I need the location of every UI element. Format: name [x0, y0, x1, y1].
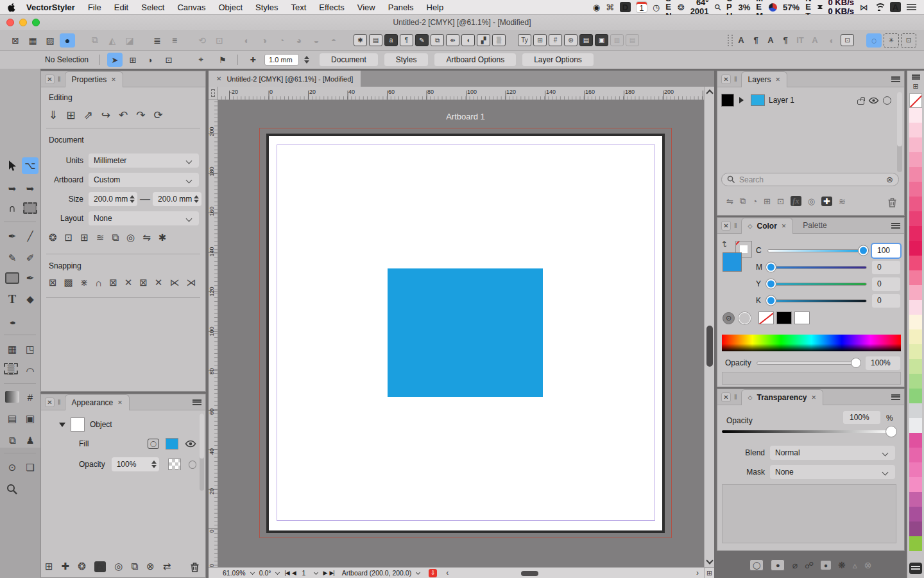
add-style-icon[interactable]: ⊞ — [45, 561, 53, 572]
flatten-layers-icon[interactable]: ≋ — [839, 197, 846, 206]
expand-layer-triangle-icon[interactable] — [739, 97, 747, 103]
add-brush-icon[interactable]: ✚ — [62, 561, 70, 572]
fill-solid-mode[interactable]: ● — [60, 33, 75, 48]
menu-select[interactable]: Select — [135, 3, 171, 12]
palette-swatch[interactable] — [909, 374, 922, 389]
shape-builder-tool[interactable]: ◆ — [22, 291, 38, 308]
palette-swatch[interactable] — [909, 270, 922, 285]
palette-swatch[interactable] — [909, 315, 922, 329]
nudge-stepper[interactable] — [304, 56, 309, 64]
palette-swatch[interactable] — [909, 329, 922, 344]
first-page-button[interactable]: |◀ — [284, 570, 289, 576]
fill-visibility-eye-icon[interactable] — [185, 440, 196, 448]
next-page-button[interactable]: ▶ — [323, 570, 327, 576]
eyedropper-tool[interactable]: ⊙ — [4, 459, 21, 476]
color-opacity-slider[interactable] — [757, 362, 860, 365]
menu-styles[interactable]: Styles — [249, 3, 284, 12]
opacity-value-input[interactable]: 100% — [843, 411, 880, 424]
mesh-paint-tool[interactable]: ▦ — [4, 341, 21, 358]
flip-vertical[interactable]: ◪ — [122, 33, 137, 48]
expand-triangle-icon[interactable] — [59, 423, 65, 430]
document-settings-icon[interactable]: ❂ — [49, 232, 57, 243]
palette-swatch[interactable] — [909, 123, 922, 137]
panel-document[interactable]: ▤ — [369, 34, 382, 46]
horizontal-scrollbar[interactable] — [454, 569, 691, 577]
text-clear-paragraph[interactable]: ¶ — [779, 33, 792, 48]
palette-swatch[interactable] — [909, 108, 922, 123]
swap-fill-stroke-icon[interactable]: ↩ — [720, 241, 729, 247]
menu-help[interactable]: Help — [420, 3, 450, 12]
style-settings-icon[interactable]: ❂ — [78, 561, 86, 572]
last-page-button[interactable]: ▶| — [329, 570, 334, 576]
ruby-text[interactable]: ⊡ — [841, 34, 854, 46]
link-object[interactable]: ⊡ — [212, 33, 227, 48]
slider-thumb[interactable] — [766, 263, 776, 272]
image-patch-tool[interactable]: ◳ — [22, 341, 38, 358]
pencil-tool[interactable]: ✎ — [4, 250, 21, 267]
snap-pixel-off-icon[interactable]: ⊠ — [139, 277, 148, 288]
hide-toggle-icon[interactable]: ⌀ — [792, 560, 797, 570]
preview-outline-toggle[interactable]: ◯ — [749, 559, 764, 571]
fill-none-mode[interactable]: ⊠ — [8, 33, 23, 48]
height-input[interactable]: 200.0 mm — [153, 192, 201, 206]
item[interactable] — [139, 33, 148, 48]
item[interactable] — [77, 33, 85, 48]
palette-swatch[interactable] — [909, 507, 922, 521]
artboard-options-button[interactable]: Artboard Options — [434, 53, 516, 66]
layer-name[interactable]: Layer 1 — [769, 96, 794, 105]
artboard-preset-dropdown[interactable]: Custom — [89, 173, 199, 187]
item[interactable] — [343, 33, 352, 48]
text-wrap-disabled[interactable]: ◖ — [823, 33, 839, 48]
menu-object[interactable]: Object — [212, 3, 249, 12]
fill-type-icon[interactable]: ◯ — [148, 439, 159, 449]
panel-page-disabled[interactable]: ▤ — [626, 34, 639, 46]
lock-icon[interactable] — [857, 100, 864, 105]
layer-group-icon[interactable]: ⊞ — [764, 197, 771, 206]
fan-menu-icon[interactable]: ◉ — [593, 3, 600, 12]
pasteboard-grid-icon[interactable]: ⊞ — [704, 568, 714, 578]
fill-color-swatch[interactable] — [166, 438, 178, 450]
calendar-menu-icon[interactable]: 1 — [637, 2, 647, 12]
palette-swatch[interactable] — [909, 167, 922, 182]
tab-layers[interactable]: Layers✕ — [741, 71, 788, 87]
palette-swatch[interactable] — [909, 152, 922, 167]
menu-vectorstyler[interactable]: VectorStyler — [20, 3, 81, 12]
slider-thumb[interactable] — [859, 246, 868, 256]
transparency-opacity-slider[interactable] — [722, 430, 891, 433]
shapes-stack-tool[interactable]: ⧉ — [4, 432, 21, 449]
unlink-icon[interactable]: ☍ — [805, 560, 814, 570]
menu-canvas[interactable]: Canvas — [171, 3, 212, 12]
pathfinder-merge[interactable]: ◓ — [326, 33, 341, 48]
selection-tool[interactable] — [4, 157, 21, 174]
cyan-value-input[interactable]: 100 — [872, 244, 900, 258]
palette-swatch[interactable] — [909, 241, 922, 256]
panel-text-frame[interactable]: ▣ — [595, 34, 608, 46]
object-row[interactable]: Object — [59, 417, 112, 432]
white-swatch[interactable] — [794, 311, 810, 324]
preview-filled-toggle[interactable]: ● — [771, 559, 785, 571]
duplicate-artboard-icon[interactable]: ⧉ — [112, 232, 119, 243]
mem-percent[interactable]: 57% — [783, 3, 800, 12]
pen-tool[interactable]: ✒ — [4, 228, 21, 245]
palette-swatch[interactable] — [909, 433, 922, 448]
snap-bounds-toggle[interactable]: ⊡ — [901, 33, 916, 48]
raster-effects-icon[interactable]: ◎ — [114, 561, 123, 572]
pattern-brick-tool[interactable]: ▤ — [4, 410, 21, 427]
pathfinder-subtract[interactable]: ◑ — [257, 33, 272, 48]
panel-spacing[interactable]: ⇹ — [446, 34, 459, 46]
mesh-grid-tool[interactable]: # — [22, 389, 38, 405]
opacity-checker-swatch[interactable] — [168, 459, 180, 470]
effects-icon[interactable]: fx — [94, 561, 107, 572]
appearance-scrollbar[interactable] — [200, 414, 204, 491]
color-spectrum-bar[interactable] — [722, 335, 901, 351]
text-style-paragraph[interactable]: ¶ — [749, 33, 762, 48]
color-opacity-value[interactable]: 100% — [866, 356, 900, 370]
black-value-input[interactable]: 0 — [872, 294, 900, 308]
none-swatch[interactable] — [758, 311, 774, 324]
clipboard-menu-icon[interactable]: ⌘ — [606, 3, 614, 12]
flip-horizontal[interactable]: ◭ — [105, 33, 120, 48]
yellow-value-input[interactable]: 0 — [872, 277, 900, 291]
layer-effects-icon[interactable]: fx — [791, 196, 801, 206]
canvas-rotation[interactable]: 0.0° — [259, 569, 271, 577]
fill-row[interactable]: Fill ◯ — [79, 438, 196, 450]
